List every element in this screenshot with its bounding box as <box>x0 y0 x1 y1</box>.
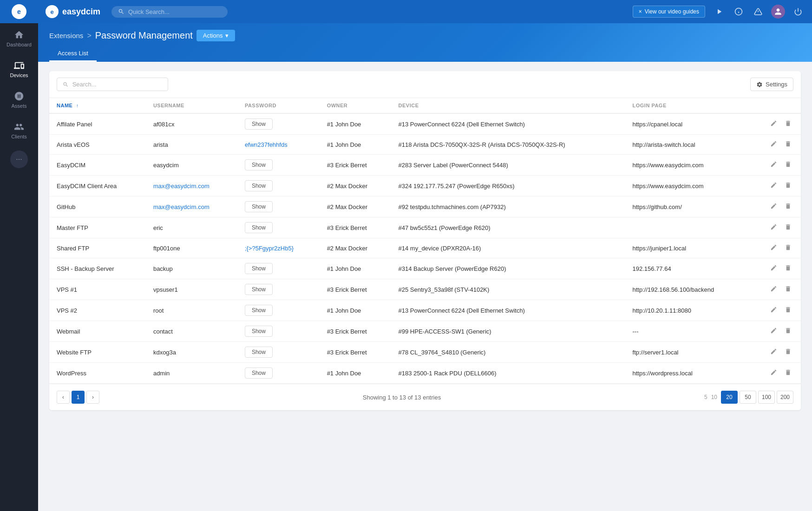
delete-button[interactable] <box>783 202 793 212</box>
delete-button[interactable] <box>783 263 793 274</box>
delete-button[interactable] <box>783 160 793 170</box>
edit-button[interactable] <box>768 202 779 212</box>
edit-button[interactable] <box>768 181 779 191</box>
next-page-button[interactable]: › <box>86 391 99 404</box>
cell-device: #47 bw5c55z1 (PowerEdge R620) <box>391 217 625 238</box>
cell-name: EasyDCIM <box>49 155 146 176</box>
edit-button[interactable] <box>768 263 779 274</box>
delete-button[interactable] <box>783 119 793 129</box>
video-guide-button[interactable]: × View our video guides <box>633 6 705 18</box>
table-row: WordPress admin Show #1 John Doe #183 25… <box>49 363 801 384</box>
page-1-button[interactable]: 1 <box>72 391 85 404</box>
cell-row-actions <box>749 321 801 342</box>
table-search-input[interactable] <box>72 81 162 88</box>
cell-username: kdxog3a <box>146 342 237 363</box>
show-password-button[interactable]: Show <box>245 118 273 130</box>
topbar-icons <box>713 5 805 19</box>
power-icon[interactable] <box>792 5 805 18</box>
edit-button[interactable] <box>768 347 779 357</box>
show-password-button[interactable]: Show <box>245 180 273 191</box>
edit-button[interactable] <box>768 139 779 150</box>
sidebar-item-dashboard[interactable]: Dashboard <box>0 23 38 54</box>
cell-row-actions <box>749 258 801 279</box>
sidebar-item-devices[interactable]: Devices <box>0 54 38 85</box>
delete-button[interactable] <box>783 368 793 378</box>
login-page-value: https://cpanel.local <box>633 121 683 128</box>
cell-device: #78 CL_39764_S4810 (Generic) <box>391 342 625 363</box>
sidebar-more-button[interactable]: ··· <box>10 151 28 168</box>
breadcrumb-parent[interactable]: Extensions <box>49 32 83 39</box>
page-size-100[interactable]: 100 <box>758 391 775 404</box>
delete-button[interactable] <box>783 223 793 233</box>
cell-owner: #1 John Doe <box>320 113 391 135</box>
sidebar-item-label: Assets <box>11 103 26 109</box>
cell-owner: #2 Max Docker <box>320 176 391 197</box>
show-password-button[interactable]: Show <box>245 326 273 337</box>
cell-row-actions <box>749 300 801 321</box>
edit-button[interactable] <box>768 223 779 233</box>
edit-button[interactable] <box>768 243 779 253</box>
delete-button[interactable] <box>783 305 793 315</box>
show-password-button[interactable]: Show <box>245 159 273 170</box>
show-password-button[interactable]: Show <box>245 367 273 379</box>
page-tabs: Access List <box>49 46 801 62</box>
show-password-button[interactable]: Show <box>245 201 273 212</box>
tab-access-list[interactable]: Access List <box>49 46 97 62</box>
cell-password: Show <box>237 217 320 238</box>
search-input[interactable] <box>128 8 221 15</box>
delete-button[interactable] <box>783 243 793 253</box>
cell-row-actions <box>749 135 801 155</box>
info-icon[interactable] <box>732 5 745 18</box>
show-password-button[interactable]: Show <box>245 263 273 274</box>
show-password-button[interactable]: Show <box>245 305 273 316</box>
delete-button[interactable] <box>783 347 793 357</box>
page-size-200[interactable]: 200 <box>777 391 793 404</box>
cell-password: Show <box>237 197 320 217</box>
cell-name: Affilate Panel <box>49 113 146 135</box>
edit-button[interactable] <box>768 326 779 336</box>
actions-button[interactable]: Actions ▾ <box>196 30 236 41</box>
cell-device: #314 Backup Server (PowerEdge R620) <box>391 258 625 279</box>
alert-icon[interactable] <box>752 5 765 18</box>
search-container <box>111 6 228 18</box>
edit-button[interactable] <box>768 368 779 378</box>
cell-name: Arista vEOS <box>49 135 146 155</box>
cell-username: backup <box>146 258 237 279</box>
edit-button[interactable] <box>768 160 779 170</box>
login-page-value: http://10.20.1.11:8080 <box>633 307 692 314</box>
edit-button[interactable] <box>768 305 779 315</box>
delete-button[interactable] <box>783 139 793 150</box>
cell-username: admin <box>146 363 237 384</box>
cell-row-actions <box>749 197 801 217</box>
pagination-info: Showing 1 to 13 of 13 entries <box>363 394 441 401</box>
sidebar-item-clients[interactable]: Clients <box>0 115 38 146</box>
login-page-value: https://wordpress.local <box>633 370 693 377</box>
page-size-20[interactable]: 20 <box>721 391 738 404</box>
edit-button[interactable] <box>768 119 779 129</box>
show-password-button[interactable]: Show <box>245 222 273 233</box>
toolbar: Settings <box>49 71 801 98</box>
table-row: Arista vEOS arista efwn237fehhfds #1 Joh… <box>49 135 801 155</box>
delete-button[interactable] <box>783 284 793 295</box>
avatar[interactable] <box>771 5 785 19</box>
show-password-button[interactable]: Show <box>245 347 273 358</box>
settings-button[interactable]: Settings <box>750 78 793 91</box>
prev-page-button[interactable]: ‹ <box>57 391 70 404</box>
cell-name: SSH - Backup Server <box>49 258 146 279</box>
col-name[interactable]: NAME ↑ <box>49 98 146 113</box>
delete-button[interactable] <box>783 181 793 191</box>
page-size-50[interactable]: 50 <box>740 391 756 404</box>
cell-device: #13 PowerConnect 6224 (Dell Ethernet Swi… <box>391 300 625 321</box>
cell-device: #283 Server Label (PowerConnect 5448) <box>391 155 625 176</box>
edit-button[interactable] <box>768 284 779 295</box>
delete-button[interactable] <box>783 326 793 336</box>
sidebar-item-assets[interactable]: Assets <box>0 85 38 115</box>
login-page-value: 192.156.77.64 <box>633 265 671 272</box>
home-icon <box>14 30 24 40</box>
show-password-button[interactable]: Show <box>245 284 273 295</box>
cell-owner: #1 John Doe <box>320 300 391 321</box>
cell-login-page: https://cpanel.local <box>625 113 750 135</box>
brand-name: easydcim <box>62 7 100 17</box>
play-icon[interactable] <box>713 5 726 18</box>
sort-arrow-name: ↑ <box>76 103 79 108</box>
